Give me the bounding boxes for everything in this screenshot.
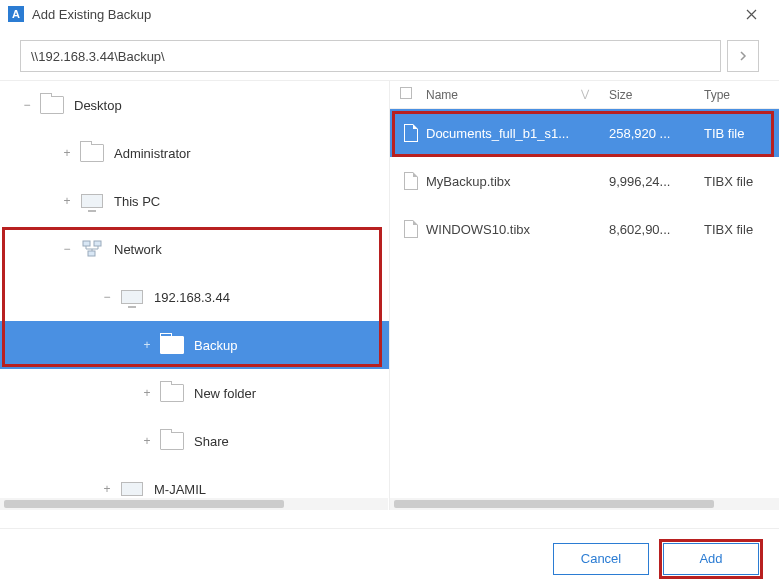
expand-icon[interactable]: +: [138, 432, 156, 450]
tree-label: M-JAMIL: [154, 482, 206, 497]
tree-label: Share: [194, 434, 229, 449]
collapse-icon[interactable]: −: [18, 96, 36, 114]
path-go-button[interactable]: [727, 40, 759, 72]
tree-label: Administrator: [114, 146, 191, 161]
app-icon: A: [8, 6, 24, 22]
tree-label: Network: [114, 242, 162, 257]
folder-icon: [160, 335, 184, 355]
svg-rect-2: [88, 251, 95, 256]
file-size: 8,602,90...: [609, 222, 704, 237]
file-icon: [390, 220, 426, 238]
tree-node-backup[interactable]: + Backup: [0, 321, 389, 369]
window-title: Add Existing Backup: [32, 7, 731, 22]
expand-icon[interactable]: +: [58, 144, 76, 162]
path-input[interactable]: [20, 40, 721, 72]
file-icon: [390, 172, 426, 190]
folder-tree: − Desktop + Administrator + This PC − Ne…: [0, 81, 390, 510]
add-button[interactable]: Add: [663, 543, 759, 575]
file-icon: [390, 124, 426, 142]
tree-label: New folder: [194, 386, 256, 401]
tree-node-ip[interactable]: − 192.168.3.44: [0, 273, 389, 321]
network-icon: [80, 239, 104, 259]
folder-icon: [40, 95, 64, 115]
collapse-icon[interactable]: −: [58, 240, 76, 258]
header-checkbox[interactable]: [390, 87, 420, 102]
tree-scrollbar[interactable]: [0, 498, 388, 510]
expand-icon[interactable]: +: [98, 480, 116, 498]
file-header: Name ⋁ Size Type: [390, 81, 779, 109]
file-list: Name ⋁ Size Type Documents_full_b1_s1...…: [390, 81, 779, 510]
file-size: 9,996,24...: [609, 174, 704, 189]
tree-label: Backup: [194, 338, 237, 353]
svg-rect-1: [94, 241, 101, 246]
file-row[interactable]: Documents_full_b1_s1... 258,920 ... TIB …: [390, 109, 779, 157]
main-split: − Desktop + Administrator + This PC − Ne…: [0, 80, 779, 510]
close-button[interactable]: [731, 0, 771, 28]
tree-label: This PC: [114, 194, 160, 209]
tree-node-administrator[interactable]: + Administrator: [0, 129, 389, 177]
file-name: WINDOWS10.tibx: [426, 222, 609, 237]
monitor-icon: [120, 479, 144, 499]
tree-label: Desktop: [74, 98, 122, 113]
file-scrollbar[interactable]: [390, 498, 779, 510]
file-name: Documents_full_b1_s1...: [426, 126, 609, 141]
tree-node-share[interactable]: + Share: [0, 417, 389, 465]
tree-node-this-pc[interactable]: + This PC: [0, 177, 389, 225]
cancel-button[interactable]: Cancel: [553, 543, 649, 575]
expand-icon[interactable]: +: [138, 384, 156, 402]
file-type: TIB file: [704, 126, 779, 141]
file-size: 258,920 ...: [609, 126, 704, 141]
close-icon: [746, 9, 757, 20]
expand-icon[interactable]: +: [58, 192, 76, 210]
svg-rect-3: [401, 88, 412, 99]
chevron-right-icon: [739, 51, 747, 61]
header-type[interactable]: Type: [704, 88, 779, 102]
folder-icon: [80, 143, 104, 163]
file-row[interactable]: MyBackup.tibx 9,996,24... TIBX file: [390, 157, 779, 205]
file-type: TIBX file: [704, 174, 779, 189]
expand-icon[interactable]: +: [138, 336, 156, 354]
file-type: TIBX file: [704, 222, 779, 237]
sort-indicator-icon: ⋁: [581, 88, 589, 99]
folder-icon: [160, 383, 184, 403]
svg-rect-0: [83, 241, 90, 246]
header-name[interactable]: Name ⋁: [420, 88, 609, 102]
folder-icon: [160, 431, 184, 451]
monitor-icon: [80, 191, 104, 211]
tree-node-desktop[interactable]: − Desktop: [0, 81, 389, 129]
path-bar: [0, 28, 779, 80]
collapse-icon[interactable]: −: [98, 288, 116, 306]
dialog-footer: Cancel Add: [0, 528, 779, 588]
file-name: MyBackup.tibx: [426, 174, 609, 189]
monitor-icon: [120, 287, 144, 307]
tree-node-new-folder[interactable]: + New folder: [0, 369, 389, 417]
file-row[interactable]: WINDOWS10.tibx 8,602,90... TIBX file: [390, 205, 779, 253]
header-size[interactable]: Size: [609, 88, 704, 102]
tree-node-network[interactable]: − Network: [0, 225, 389, 273]
titlebar: A Add Existing Backup: [0, 0, 779, 28]
tree-label: 192.168.3.44: [154, 290, 230, 305]
